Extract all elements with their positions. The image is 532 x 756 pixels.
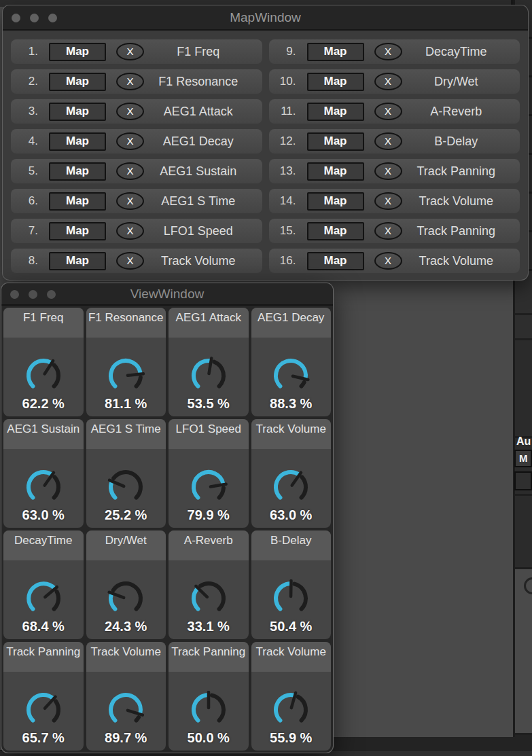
close-button[interactable]	[12, 14, 20, 22]
clear-mapping-button[interactable]: X	[116, 222, 144, 240]
clear-mapping-button[interactable]: X	[374, 73, 402, 90]
clear-mapping-button[interactable]: X	[374, 132, 402, 150]
knob-dial[interactable]	[24, 691, 63, 729]
knob-dial[interactable]	[190, 691, 228, 729]
knob-value: 33.1 %	[188, 619, 230, 634]
map-button[interactable]: Map	[307, 222, 364, 240]
zoom-button[interactable]	[48, 14, 57, 22]
knob-dial[interactable]	[107, 468, 145, 506]
background-bottom-band	[332, 737, 532, 751]
knob-cell-4: AEG1 Decay 88.3 %	[251, 308, 332, 416]
map-button[interactable]: Map	[307, 162, 364, 181]
view-window-titlebar[interactable]: ViewWindow	[1, 283, 333, 306]
knob-param-label: Track Volume	[256, 645, 326, 659]
clear-mapping-button[interactable]: X	[374, 222, 402, 240]
close-button[interactable]	[10, 290, 19, 299]
map-button[interactable]: Map	[49, 103, 106, 121]
mapping-number: 11.	[277, 105, 296, 118]
mapping-number: 4.	[19, 134, 38, 148]
map-button[interactable]: Map	[307, 132, 364, 151]
clear-mapping-button[interactable]: X	[116, 252, 144, 270]
knob-dial[interactable]	[272, 357, 310, 395]
knob-param-header: Track Panning	[169, 642, 249, 672]
mapping-row-14: 14. Map X Track Volume	[269, 189, 520, 213]
background-panel	[332, 277, 515, 753]
knob-cell-15: Track Panning 50.0 %	[169, 642, 249, 751]
map-window-titlebar[interactable]: MapWindow	[3, 5, 528, 31]
knob-cell-3: AEG1 Attack 53.5 %	[169, 308, 249, 416]
clear-mapping-button[interactable]: X	[374, 252, 402, 270]
io-chooser-box[interactable]	[514, 471, 532, 490]
knob-dial[interactable]	[190, 579, 228, 617]
knob-value: 68.4 %	[22, 619, 65, 634]
clear-mapping-button[interactable]: X	[116, 73, 144, 90]
knob-dial[interactable]	[107, 357, 145, 395]
knob-param-header: AEG1 Attack	[169, 308, 249, 338]
mapping-number: 12.	[277, 134, 296, 148]
clear-mapping-button[interactable]: X	[374, 162, 402, 180]
map-button[interactable]: Map	[49, 132, 106, 151]
clear-mapping-button[interactable]: X	[116, 162, 144, 180]
map-button[interactable]: Map	[307, 73, 364, 91]
traffic-lights	[10, 290, 56, 299]
track-panel	[515, 496, 532, 569]
knob-cell-9: DecayTime 68.4 %	[3, 530, 84, 639]
clear-mapping-button[interactable]: X	[116, 103, 144, 120]
zoom-button[interactable]	[47, 290, 56, 299]
clear-mapping-button[interactable]: X	[116, 132, 144, 150]
map-button[interactable]: Map	[307, 43, 364, 61]
map-button[interactable]: Map	[49, 43, 106, 61]
map-window: MapWindow 1. Map X F1 Freq 2. Map X F1 R…	[3, 5, 528, 280]
map-button[interactable]: Map	[49, 192, 106, 211]
knob-value: 65.7 %	[22, 730, 65, 746]
knob-param-label: DecayTime	[14, 534, 72, 547]
mapped-parameter-name: F1 Resonance	[144, 75, 257, 89]
clear-mapping-button[interactable]: X	[116, 192, 144, 210]
map-button[interactable]: Map	[49, 252, 106, 270]
mapped-parameter-name: DecayTime	[402, 45, 515, 59]
mapping-number: 16.	[277, 254, 296, 268]
clear-mapping-button[interactable]: X	[374, 43, 402, 60]
knob-grid: F1 Freq 62.2 % F1 Resonance 81.1 % AEG1 …	[1, 306, 333, 753]
map-button[interactable]: Map	[307, 103, 364, 121]
mapping-number: 5.	[19, 164, 38, 178]
mapping-number: 2.	[19, 75, 38, 88]
minimize-button[interactable]	[29, 290, 37, 299]
clip-slot[interactable]	[515, 340, 532, 438]
monitor-button[interactable]: M	[514, 450, 532, 467]
mapping-row-16: 16. Map X Track Volume	[269, 249, 520, 273]
knob-param-header: AEG1 Sustain	[3, 419, 84, 449]
map-button[interactable]: Map	[49, 73, 106, 91]
map-button[interactable]: Map	[307, 192, 364, 211]
clear-mapping-button[interactable]: X	[116, 43, 144, 60]
knob-dial[interactable]	[190, 357, 228, 395]
mapping-number: 6.	[19, 194, 38, 208]
knob-dial[interactable]	[272, 579, 310, 617]
map-button[interactable]: Map	[49, 222, 106, 240]
minimize-button[interactable]	[30, 14, 39, 22]
mapping-number: 1.	[19, 45, 38, 58]
knob-value: 63.0 %	[270, 507, 312, 523]
knob-param-label: A-Reverb	[184, 534, 233, 547]
clear-mapping-button[interactable]: X	[374, 192, 402, 210]
knob-dial[interactable]	[24, 579, 63, 617]
mapping-list: 1. Map X F1 Freq 2. Map X F1 Resonance 3…	[3, 31, 528, 273]
clear-mapping-button[interactable]: X	[374, 103, 402, 120]
mapping-number: 15.	[277, 224, 296, 238]
knob-value: 79.9 %	[188, 507, 230, 523]
knob-param-header: Track Volume	[251, 642, 332, 672]
knob-dial[interactable]	[272, 468, 310, 506]
mapped-parameter-name: F1 Freq	[144, 45, 257, 59]
map-button[interactable]: Map	[307, 252, 364, 270]
map-button[interactable]: Map	[49, 162, 106, 181]
clip-slot[interactable]	[515, 315, 532, 340]
knob-dial[interactable]	[24, 357, 63, 395]
knob-cell-12: B-Delay 50.4 %	[251, 530, 332, 639]
knob-dial[interactable]	[24, 468, 63, 506]
knob-dial[interactable]	[272, 691, 310, 729]
knob-dial[interactable]	[190, 468, 228, 506]
traffic-lights	[12, 14, 57, 22]
knob-param-label: B-Delay	[270, 534, 311, 547]
knob-dial[interactable]	[107, 579, 145, 617]
knob-dial[interactable]	[107, 691, 145, 729]
